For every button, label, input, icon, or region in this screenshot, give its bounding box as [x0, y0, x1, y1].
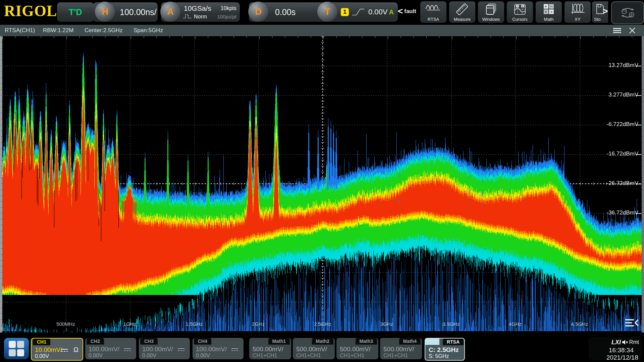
- ch2-offset: 0.00V: [89, 353, 103, 359]
- horizontal-letter: H: [102, 7, 108, 17]
- delay-letter: D: [255, 7, 262, 17]
- svg-text:+: +: [545, 4, 547, 8]
- ch3-scale: 100.00mV/: [142, 346, 173, 353]
- rtsa-wave-icon: [425, 3, 442, 12]
- toolbar-xy-button[interactable]: XY: [565, 1, 591, 23]
- ch1-impedance: Ω: [73, 346, 78, 354]
- amp-label-3: -6.722dBmV: [607, 121, 639, 128]
- freq-label-1-5ghz: 1.5GHz: [179, 321, 209, 327]
- rtsa-center: C: 2.5GHz: [429, 346, 459, 354]
- toolbar-cursors-button[interactable]: A B Cursors: [507, 1, 533, 23]
- app-menu-button[interactable]: [4, 338, 29, 359]
- menu-icon[interactable]: [612, 27, 622, 34]
- svg-text:A: A: [517, 5, 518, 7]
- math1-scale: 500.00mV/: [253, 346, 283, 353]
- ch1-offset: 0.00V: [35, 353, 49, 359]
- math-card-math4[interactable]: Math4 500.00mV/ CH1+CH1: [380, 338, 422, 359]
- channel-card-ch3[interactable]: CH3 100.00mV/ 0.00V: [139, 338, 190, 359]
- math-card-math1[interactable]: Math1 500.00mV/ CH1+CH1: [249, 338, 291, 359]
- top-toolbar: RIGOL T'D 100.00ns/ H 10GSa/s 10kpts Nor…: [0, 0, 644, 25]
- toolbar-rtsa-button[interactable]: RTSA: [420, 1, 446, 23]
- toolbar-windows-button[interactable]: Windows: [478, 1, 504, 23]
- math3-tab[interactable]: Math3: [356, 338, 377, 345]
- acquire-mode: Norm: [194, 14, 207, 20]
- trigger-knob[interactable]: T: [317, 2, 337, 22]
- freq-label-4ghz: 4GHz: [500, 321, 530, 327]
- channel-card-ch2[interactable]: CH2 100.00mV/ 0.00V: [85, 338, 136, 359]
- amp-label-4: -16.72dBmV: [607, 150, 639, 157]
- horizontal-knob[interactable]: H: [95, 2, 115, 22]
- acquire-knob[interactable]: A: [160, 2, 180, 22]
- toolbar-xy-label: XY: [565, 17, 591, 22]
- circular-arrows-icon: [618, 6, 637, 19]
- amp-label-6: -36.72dBmV: [607, 209, 639, 216]
- chevron-left-icon[interactable]: <: [398, 6, 403, 16]
- rtsa-window-header: RTSA(CH1) RBW:1.22M Center:2.5GHz Span:5…: [0, 25, 644, 36]
- delay-knob[interactable]: D: [248, 2, 268, 22]
- dc-coupling-icon: [231, 347, 239, 352]
- memory-depth: 10kpts: [221, 5, 236, 11]
- ch3-tab[interactable]: CH3: [140, 338, 158, 345]
- speaker-muted-icon[interactable]: [622, 340, 628, 345]
- toolbar-math-button[interactable]: + − × ÷ Math: [536, 1, 562, 23]
- math4-scale: 500.00mV/: [383, 346, 414, 353]
- math2-scale: 500.00mV/: [296, 346, 327, 353]
- toolbar-storage-label: Sto: [592, 17, 610, 22]
- amp-label-2: 3.277dBmV: [608, 92, 638, 98]
- freq-label-1ghz: 1GHz: [115, 321, 145, 327]
- waveform-refresh-button[interactable]: [611, 1, 644, 24]
- clock-date: 2021/12/18: [606, 354, 638, 361]
- toolbar-math-label: Math: [536, 17, 562, 22]
- math4-tab[interactable]: Math4: [399, 338, 421, 345]
- rigol-logo: RIGOL: [4, 2, 57, 20]
- xy-lissajous-icon: [570, 3, 585, 16]
- ch2-tab[interactable]: CH2: [87, 338, 104, 345]
- close-icon[interactable]: [629, 27, 636, 34]
- center-readout: Center:2.5GHz: [85, 25, 122, 36]
- ch4-offset: 0.00V: [196, 353, 210, 359]
- math4-expr: CH1+CH1: [383, 353, 408, 359]
- freq-label-4-5ghz: 4.5GHz: [565, 321, 595, 327]
- trigger-level: 0.00V: [368, 2, 388, 22]
- math-grid-icon: + − × ÷: [542, 3, 555, 16]
- math2-tab[interactable]: Math2: [312, 338, 333, 345]
- toolbar-rtsa-label: RTSA: [420, 17, 446, 22]
- svg-text:−: −: [550, 4, 552, 8]
- system-status-card[interactable]: LXI Rmt 16:38:34 2021/12/18: [589, 337, 642, 360]
- acquire-letter: A: [167, 7, 174, 17]
- channel-card-ch4[interactable]: CH4 100.00mV/ 0.00V: [193, 338, 244, 359]
- sample-rate: 10GSa/s: [184, 4, 211, 12]
- channel-card-ch1[interactable]: CH1 10.00mV/ Ω 0.00V: [31, 338, 83, 361]
- rtsa-span: S: 5GHz: [429, 353, 449, 359]
- math1-tab[interactable]: Math1: [268, 338, 290, 345]
- rtsa-card-tab[interactable]: RTSA: [443, 339, 464, 345]
- dc-coupling-icon: [123, 347, 131, 352]
- trigger-letter: T: [325, 7, 330, 17]
- rtsa-card[interactable]: RTSA C: 2.5GHz S: 5GHz: [425, 338, 465, 361]
- trigger-status-panel[interactable]: T'D: [57, 2, 94, 22]
- math-card-math2[interactable]: Math2 500.00mV/ CH1+CH1: [293, 338, 335, 359]
- collapsed-default-label[interactable]: fault: [404, 8, 416, 15]
- ch4-tab[interactable]: CH4: [194, 338, 211, 345]
- toolbar-windows-label: Windows: [478, 17, 504, 22]
- chevron-right-icon[interactable]: >: [603, 6, 608, 16]
- ch1-scale: 10.00mV/: [35, 346, 62, 354]
- ch1-tab[interactable]: CH1: [33, 339, 50, 345]
- toolbar-measure-button[interactable]: Measure: [449, 1, 475, 23]
- math3-expr: CH1+CH1: [340, 353, 364, 359]
- amp-label-1: 13.27dBmV: [608, 62, 638, 69]
- horizontal-scale: 100.00ns/: [120, 2, 157, 22]
- remote-badge: Rmt: [629, 339, 639, 345]
- plot-menu-collapse-icon[interactable]: [624, 317, 639, 329]
- math3-scale: 500.00mV/: [340, 346, 371, 353]
- freq-label-500mhz: 500MHz: [51, 321, 81, 327]
- math-card-math3[interactable]: Math3 500.00mV/ CH1+CH1: [336, 338, 378, 359]
- spectrum-plot[interactable]: 13.27dBmV 3.277dBmV -6.722dBmV -16.72dBm…: [0, 36, 644, 333]
- ch3-offset: 0.00V: [142, 353, 156, 359]
- ch2-scale: 100.00mV/: [89, 346, 119, 353]
- math1-expr: CH1+CH1: [253, 353, 277, 359]
- spectrum-canvas[interactable]: [0, 36, 644, 333]
- pulse-icon: [183, 14, 192, 19]
- span-readout: Span:5GHz: [133, 25, 163, 36]
- svg-text:÷: ÷: [550, 10, 552, 14]
